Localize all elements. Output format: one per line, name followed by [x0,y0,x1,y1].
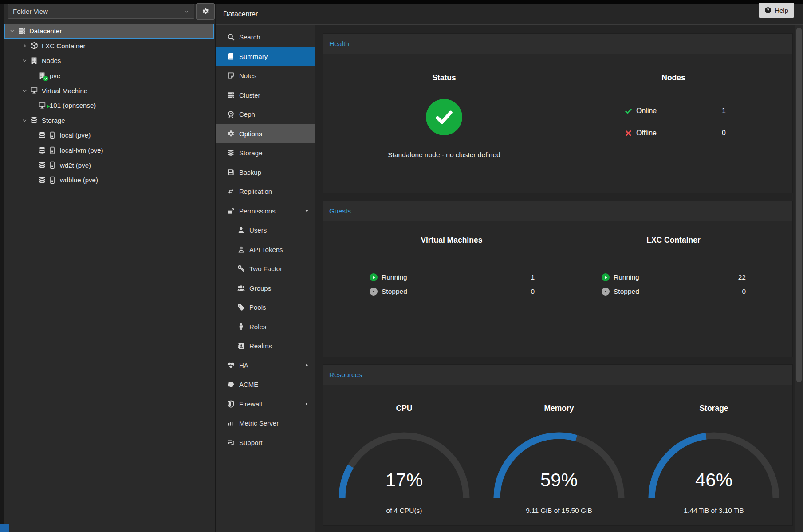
caret-down-icon[interactable] [21,87,30,94]
caret-down-icon[interactable] [21,57,30,64]
tree-item-virtual-machine[interactable]: Virtual Machine [4,83,214,98]
database-icon [38,131,46,139]
left-edge-strip [0,4,4,532]
caret-right-icon[interactable] [21,43,30,49]
gauge-subtitle-cpu: of 4 CPU(s) [338,507,471,515]
tree-item-local-pve[interactable]: local (pve) [4,128,214,143]
tree-item-label: Storage [42,117,65,124]
health-panel-title: Health [323,34,792,54]
node-status-label: Online [636,107,722,115]
tree-item-storage[interactable]: Storage [4,113,214,128]
lxc-status-list: Running22Stopped0 [602,270,746,299]
menu-item-label: Options [239,130,262,138]
menu-item-pools[interactable]: Pools [216,298,315,317]
content-scrollbar-thumb[interactable] [796,28,802,382]
tree-item-label: Virtual Machine [42,87,87,95]
caret-down-icon[interactable] [21,117,30,124]
drive-icon [48,146,56,154]
menu-item-search[interactable]: Search [216,28,315,47]
database-icon [38,146,46,154]
guest-row-running[interactable]: Running22 [602,270,746,284]
tree-item-label: local-lvm (pve) [60,146,103,154]
chevron-down-icon [183,8,189,15]
tree-item-label: Nodes [42,57,61,64]
node-status-value: 0 [722,129,726,137]
guest-row-running[interactable]: Running1 [370,270,535,284]
expand-down-icon[interactable] [304,209,309,213]
check-icon [625,107,632,115]
menu-item-groups[interactable]: Groups [216,279,315,298]
tree-item-nodes[interactable]: Nodes [4,53,214,68]
node-status-label: Offline [636,129,722,137]
search-icon [227,33,235,41]
menu-item-users[interactable]: Users [216,221,315,240]
menu-item-permissions[interactable]: Permissions [216,201,315,221]
tree-settings-button[interactable] [196,3,215,20]
database-icon [227,149,235,157]
menu-item-ha[interactable]: HA [216,356,315,375]
users-icon [237,284,245,292]
menu-item-cluster[interactable]: Cluster [216,86,315,105]
menu-item-replication[interactable]: Replication [216,182,315,201]
menu-item-label: Groups [249,284,271,292]
tree-item-label: wdblue (pve) [60,176,98,184]
menu-item-api-tokens[interactable]: API Tokens [216,240,315,260]
bottom-left-indicator [0,524,9,532]
resource-tree-sidebar: Folder View DatacenterLXC ContainerNodes… [4,4,216,532]
replication-icon [227,188,235,195]
menu-item-metric-server[interactable]: Metric Server [216,414,315,433]
gauge-title-memory: Memory [506,404,612,413]
tree-item-lxc-container[interactable]: LXC Container [4,39,214,54]
gauge-percent-storage: 46% [665,469,763,491]
expand-right-icon[interactable] [304,402,309,406]
menu-item-label: Notes [239,72,256,79]
tree-item-datacenter[interactable]: Datacenter [4,24,214,39]
view-selector[interactable]: Folder View [8,4,194,19]
tree-item-wd2t-pve[interactable]: wd2t (pve) [4,158,214,173]
status-heading: Status [382,73,506,83]
menu-item-label: Cluster [239,91,260,99]
menu-item-two-factor[interactable]: Two Factor [216,259,315,279]
tree-item-wdblue-pve[interactable]: wdblue (pve) [4,173,214,188]
menu-item-firewall[interactable]: Firewall [216,394,315,414]
menu-item-options[interactable]: Options [216,124,315,144]
node-status-row-offline: Offline0 [625,129,726,137]
gauge-percent-memory: 59% [510,469,608,491]
menu-item-support[interactable]: Support [216,433,315,453]
guest-row-stopped[interactable]: Stopped0 [370,284,535,299]
menu-item-label: Users [249,226,267,234]
unlock-icon [227,207,235,215]
menu-item-ceph[interactable]: Ceph [216,105,315,124]
status-ok-icon [426,99,462,135]
guest-count: 1 [531,273,535,281]
tree-item-local-lvm-pve[interactable]: local-lvm (pve) [4,143,214,158]
expand-right-icon[interactable] [304,363,309,368]
menu-item-label: Realms [249,342,272,350]
menu-item-summary[interactable]: Summary [216,47,315,67]
window-top-strip [0,0,803,4]
menu-item-storage[interactable]: Storage [216,143,315,163]
menu-item-backup[interactable]: Backup [216,163,315,182]
status-ok-badge-icon [43,76,48,81]
page-title: Datacenter [223,10,258,18]
menu-item-label: Permissions [239,207,276,215]
menu-item-notes[interactable]: Notes [216,66,315,86]
tree-item-101-opnsense[interactable]: 101 (opnsense) [4,98,214,113]
menu-item-realms[interactable]: Realms [216,336,315,356]
guest-count: 0 [531,288,535,296]
menu-item-roles[interactable]: Roles [216,317,315,337]
menu-item-label: ACME [239,381,258,388]
status-message: Standalone node - no cluster defined [346,151,542,159]
caret-down-icon[interactable] [9,28,18,34]
cluster-icon [227,91,235,99]
question-circle-icon [764,7,772,14]
tree-item-pve[interactable]: pve [4,68,214,83]
help-button[interactable]: Help [759,3,794,18]
gauge-arc-memory [492,432,626,501]
menu-item-label: HA [239,362,248,369]
guest-row-stopped[interactable]: Stopped0 [602,284,746,299]
tree-item-label: LXC Container [42,42,85,50]
tree-item-label: local (pve) [60,131,91,139]
menu-item-acme[interactable]: ACME [216,375,315,394]
nodes-heading: Nodes [611,73,736,83]
